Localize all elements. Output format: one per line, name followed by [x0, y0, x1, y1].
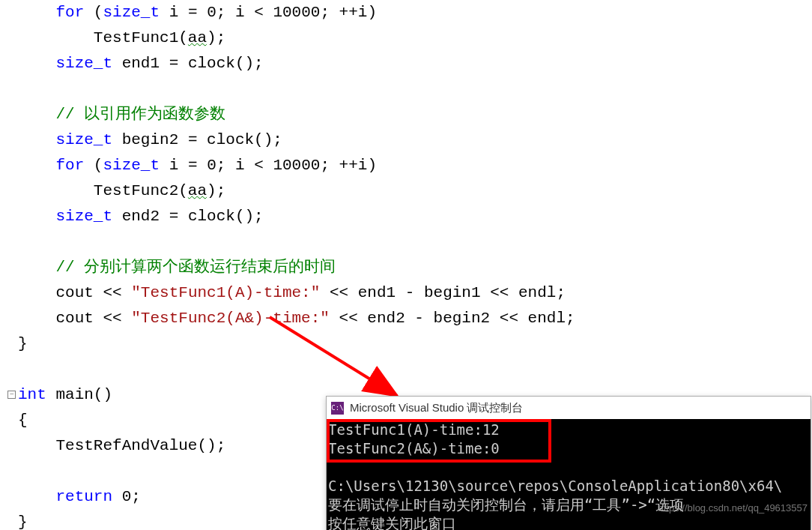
comment: // 以引用作为函数参数	[55, 106, 225, 123]
type-size_t: size_t	[103, 4, 160, 21]
code-line[interactable]: for (size_t i = 0; i < 10000; ++i)	[9, 153, 812, 178]
code-line[interactable]: TestFunc1(aa);	[9, 25, 812, 51]
code-line[interactable]: cout << "TestFunc1(A)-time:" << end1 - b…	[9, 280, 812, 306]
fn-call: TestFunc1	[94, 29, 178, 46]
code-line[interactable]	[9, 229, 812, 255]
code-line[interactable]	[9, 76, 812, 102]
code-line[interactable]: // 以引用作为函数参数	[9, 102, 812, 127]
code-line[interactable]: // 分别计算两个函数运行结束后的时间	[9, 255, 812, 280]
fold-toggle-icon[interactable]: −	[7, 391, 16, 399]
code-line[interactable]: }	[9, 331, 812, 357]
fn-main: main	[55, 386, 93, 403]
vs-console-icon: C:\	[331, 402, 344, 415]
fn-call: TestRefAndValue	[55, 437, 197, 454]
string-literal: "TestFunc2(A&)-time:"	[131, 310, 330, 327]
code-line[interactable]: size_t begin2 = clock();	[9, 127, 812, 153]
console-titlebar[interactable]: C:\ Microsoft Visual Studio 调试控制台	[327, 397, 811, 419]
watermark: https://blog.csdn.net/qq_49613557	[658, 502, 808, 514]
keyword-for: for	[55, 4, 84, 21]
code-line[interactable]: TestFunc2(aa);	[9, 178, 812, 204]
string-literal: "TestFunc1(A)-time:"	[131, 284, 320, 301]
code-line[interactable]	[9, 357, 812, 382]
type-int: int	[18, 386, 46, 403]
console-line: 要在调试停止时自动关闭控制台，请启用“工具”->“选项	[328, 496, 684, 513]
console-line: TestFunc1(A)-time:12	[328, 421, 500, 438]
comment: // 分别计算两个函数运行结束后的时间	[55, 259, 336, 276]
code-line[interactable]: for (size_t i = 0; i < 10000; ++i)	[9, 0, 812, 25]
code-line[interactable]: size_t end2 = clock();	[9, 204, 812, 229]
code-line[interactable]: size_t end1 = clock();	[9, 51, 812, 76]
console-title-text: Microsoft Visual Studio 调试控制台	[350, 401, 523, 415]
console-line: TestFunc2(A&)-time:0	[328, 440, 500, 457]
console-line: C:\Users\12130\source\repos\ConsoleAppli…	[328, 478, 782, 494]
var-i: i	[169, 4, 179, 21]
code-line[interactable]: cout << "TestFunc2(A&)-time:" << end2 - …	[9, 306, 812, 331]
var-aa: aa	[188, 29, 207, 46]
keyword-return: return	[55, 488, 112, 505]
console-line: 按任意键关闭此窗口	[328, 515, 456, 530]
